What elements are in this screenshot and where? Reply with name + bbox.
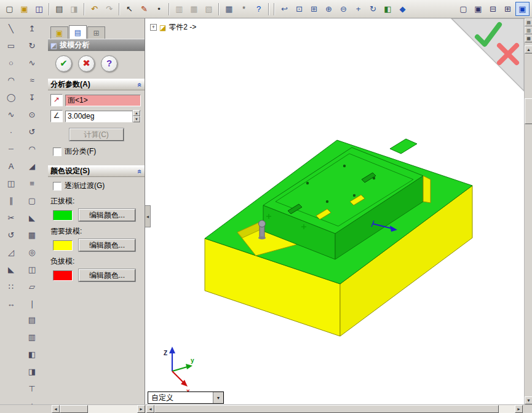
rotate-view-button[interactable]: ↻	[366, 2, 380, 16]
view-front-button[interactable]: ▤	[25, 312, 40, 328]
extruded-boss-tool[interactable]: ↥	[25, 21, 40, 36]
analysis-parameters-header[interactable]: 分析参数(A) «	[48, 79, 145, 90]
options-button[interactable]: *	[237, 2, 251, 16]
zoom-to-fit-button[interactable]: ⊡	[292, 2, 306, 16]
sketch-line-tool[interactable]: ╲	[4, 21, 19, 36]
select-tool-button[interactable]: ↖	[122, 2, 137, 16]
revolved-cut-tool[interactable]: ↺	[25, 124, 40, 140]
display-style-button[interactable]: ◆	[395, 2, 410, 16]
mirror-feature-tool[interactable]: ◫	[25, 262, 40, 277]
scroll-down-button[interactable]: ▼	[525, 396, 532, 404]
panel-splitter[interactable]: ◂	[145, 205, 151, 227]
zoom-in-out-button[interactable]: ⊕	[322, 2, 336, 16]
draft-angle-input[interactable]: 3.00deg ▲ ▼	[65, 111, 141, 122]
reference-plane-tool[interactable]: ▱	[25, 279, 40, 294]
view-scrollbar-thumb[interactable]	[154, 405, 499, 413]
extruded-cut-tool[interactable]: ↧	[25, 90, 40, 105]
hole-wizard-tool[interactable]: ⊙	[25, 107, 40, 122]
sketch-chamfer-tool[interactable]: ◣	[4, 262, 19, 277]
trim-entities-tool[interactable]: ✂	[4, 210, 19, 226]
circular-pattern-tool[interactable]: ◎	[25, 245, 40, 260]
spinner-up-icon[interactable]: ▲	[133, 110, 140, 116]
pan-button[interactable]: +	[351, 2, 365, 16]
window-new-button[interactable]: ▢	[456, 2, 470, 16]
lofted-boss-tool[interactable]: ≈	[25, 73, 40, 88]
active-window-button[interactable]: ▣	[515, 2, 530, 16]
undo-button[interactable]: ↶	[87, 2, 101, 16]
panel-scroll-right-button[interactable]: ►	[137, 405, 145, 413]
graphics-area[interactable]: + ◪ 零件2 -> ◂	[145, 18, 524, 404]
chamfer-feature-tool[interactable]: ◢	[25, 159, 40, 174]
combo-dropdown-button[interactable]: ▼	[213, 392, 223, 403]
sketch-circle-tool[interactable]: ○	[4, 55, 19, 71]
help-button[interactable]: ?	[101, 55, 117, 72]
view-right-button[interactable]: ◨	[25, 364, 40, 379]
featuremanager-tab[interactable]: ▣	[50, 26, 68, 39]
mirror-entities-tool[interactable]: ◫	[4, 176, 19, 191]
sketch-spline-tool[interactable]: ∿	[4, 107, 19, 122]
edit-positive-color-button[interactable]: 编辑颜色...	[79, 209, 135, 221]
new-document-button[interactable]: ▢	[2, 2, 17, 16]
fillet-feature-tool[interactable]: ◠	[25, 141, 40, 157]
sketch-point-tool[interactable]: ·	[4, 124, 19, 140]
save-button[interactable]: ◫	[32, 2, 46, 16]
convert-entities-tool[interactable]: ↺	[4, 227, 19, 243]
reference-axis-tool[interactable]: ∣	[25, 296, 40, 312]
swept-boss-tool[interactable]: ∿	[25, 55, 40, 71]
vertical-scrollbar[interactable]: ▤ ▥ ▦ ▲ ▼	[524, 18, 532, 404]
display-state-combo[interactable]: 自定义 ▼	[148, 391, 224, 404]
help-button[interactable]: ?	[252, 2, 266, 16]
edit-negative-color-button[interactable]: 编辑颜色...	[79, 269, 135, 281]
color-settings-header[interactable]: 颜色设定(S) «	[48, 165, 145, 177]
collapse-chevron-icon-2[interactable]: «	[136, 169, 145, 173]
previous-view-button[interactable]: ↩	[277, 2, 292, 16]
panel-scroll-left-button[interactable]: ◄	[52, 405, 60, 413]
face-classification-checkbox[interactable]	[53, 148, 62, 156]
model-canvas[interactable]: Z y x	[145, 18, 524, 404]
gradual-transition-checkbox[interactable]	[53, 182, 62, 191]
configurationmanager-tab[interactable]: ⊞	[87, 26, 105, 39]
edit-requires-color-button[interactable]: 编辑颜色...	[79, 239, 135, 251]
spinner-down-icon[interactable]: ▼	[133, 116, 140, 122]
window-tile-horizontal-button[interactable]: ⊟	[486, 2, 500, 16]
view-scroll-left-button[interactable]: ◄	[146, 405, 154, 413]
sketch-centerline-tool[interactable]: ┄	[4, 141, 19, 157]
sketch-point-button[interactable]: •	[152, 2, 166, 16]
scroll-up-button[interactable]: ▲	[525, 45, 532, 53]
zoom-out-button[interactable]: ⊖	[336, 2, 351, 16]
revolved-boss-tool[interactable]: ↻	[25, 38, 40, 53]
cancel-button[interactable]: ✖	[78, 55, 95, 72]
linear-pattern-tool[interactable]: ▦	[25, 227, 40, 243]
sketch-text-tool[interactable]: A	[4, 159, 19, 174]
neutral-plane-selection-field[interactable]: 面<1>	[65, 95, 141, 106]
print-button[interactable]: ▤	[52, 2, 66, 16]
view-top-button[interactable]: ⊤	[25, 381, 40, 396]
shaded-display-button[interactable]: ◧	[381, 2, 395, 16]
angle-spinner[interactable]: ▲ ▼	[132, 110, 140, 122]
window-tile-vertical-button[interactable]: ⊞	[501, 2, 515, 16]
shell-feature-tool[interactable]: ▢	[25, 193, 40, 208]
smart-dimension-tool[interactable]: ↔	[4, 296, 19, 312]
rib-feature-tool[interactable]: ≡	[25, 176, 40, 191]
zoom-to-area-button[interactable]: ⊞	[307, 2, 321, 16]
tree-expand-icon[interactable]: +	[150, 24, 157, 31]
window-cascade-button[interactable]: ▣	[471, 2, 485, 16]
sketch-rectangle-tool[interactable]: ▭	[4, 38, 19, 53]
panel-horizontal-scrollbar[interactable]: ◄ ►	[52, 405, 145, 413]
task-pane-explorer-button[interactable]: ▦	[525, 34, 532, 42]
pull-direction-pin[interactable]	[258, 221, 266, 240]
collapse-chevron-icon[interactable]: «	[136, 82, 145, 87]
sketch-pattern-tool[interactable]: ∷	[4, 279, 19, 294]
sketch-arc-tool[interactable]: ◠	[4, 73, 19, 88]
feature-tree-root[interactable]: + ◪ 零件2 ->	[150, 22, 196, 33]
task-pane-library-button[interactable]: ▥	[525, 26, 532, 34]
panel-scrollbar-thumb[interactable]	[60, 405, 88, 413]
sketch-fillet-tool[interactable]: ◿	[4, 245, 19, 260]
view-scroll-right-button[interactable]: ►	[515, 405, 523, 413]
view-back-button[interactable]: ▥	[25, 329, 40, 345]
open-document-button[interactable]: ▣	[17, 2, 31, 16]
sketch-button[interactable]: ✎	[137, 2, 151, 16]
sketch-ellipse-tool[interactable]: ◯	[4, 90, 19, 105]
viewport-horizontal-scrollbar[interactable]: ◄ ►	[146, 405, 523, 413]
offset-entities-tool[interactable]: ∥	[4, 193, 19, 208]
